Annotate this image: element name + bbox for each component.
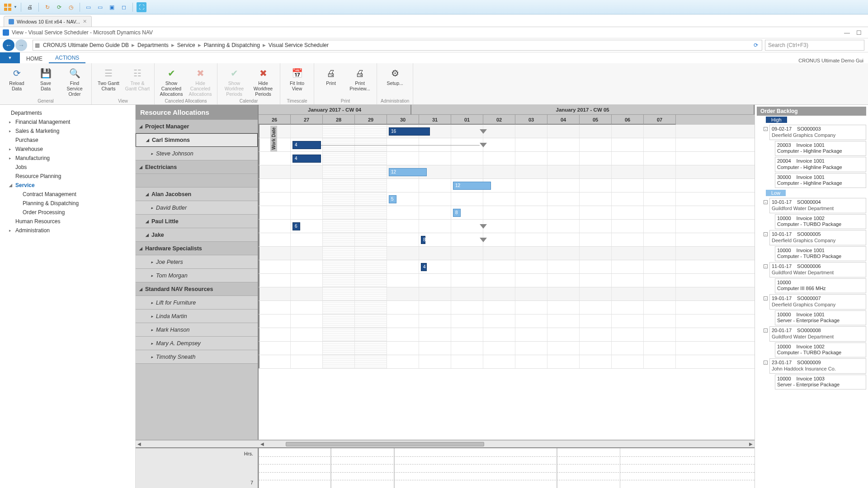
allocation-bar[interactable]: 4 [292, 155, 321, 163]
print-button[interactable]: 🖨Print [318, 65, 344, 98]
close-tab-icon[interactable]: ✕ [83, 19, 87, 24]
backlog-order[interactable]: -23-01-17SO000009John Haddock Insurance … [769, 358, 866, 374]
timeline-row[interactable] [259, 247, 755, 260]
backlog-item[interactable]: 30000Invoice 1001Computer - Highline Pac… [775, 173, 866, 188]
refresh-crumb-icon[interactable]: ⟳ [750, 42, 762, 48]
resource-row[interactable]: ▸David Butler [136, 201, 258, 215]
find-order-button[interactable]: 🔍Find ServiceOrder [61, 65, 88, 98]
timeline-row[interactable] [259, 301, 755, 314]
crumb-service[interactable]: Service [175, 42, 197, 48]
nav-item[interactable]: Purchase [3, 136, 132, 145]
fit-view-button[interactable]: 📅Fit IntoView [284, 65, 310, 98]
backlog-order[interactable]: -11-01-17SO000006Guildford Water Departm… [769, 262, 866, 277]
backlog-item[interactable]: 10000Invoice 1002Computer - TURBO Packag… [775, 343, 866, 358]
nav-item[interactable]: ▸Administration [3, 226, 132, 235]
backlog-order[interactable]: -19-01-17SO000007Deerfield Graphics Comp… [769, 294, 866, 310]
two-gantt-button[interactable]: ☰Two GanttCharts [95, 65, 122, 98]
nav-item[interactable]: ▸Financial Management [3, 117, 132, 127]
minimize-button[interactable]: — [844, 29, 850, 36]
allocation-bar[interactable]: 4 [421, 263, 427, 271]
allocation-bar[interactable]: 12 [453, 182, 491, 190]
crumb-vss[interactable]: Visual Service Scheduler [267, 42, 330, 48]
backlog-item[interactable]: 10000Computer III 866 MHz [775, 278, 866, 294]
timeline-hscroll[interactable]: ◀▶ [259, 440, 755, 447]
timeline-row[interactable] [259, 342, 755, 355]
nav-item[interactable]: Jobs [3, 163, 132, 172]
nav-item[interactable]: Resource Planning [3, 172, 132, 181]
timeline-row[interactable]: 8 [259, 206, 755, 220]
reload-icon[interactable]: ⟳ [54, 2, 64, 12]
resource-row[interactable]: ▸Timothy Sneath [136, 350, 258, 364]
fullscreen-icon[interactable]: ⛶ [137, 2, 146, 12]
nav-subitem[interactable]: Contract Management [3, 190, 132, 199]
timeline-row[interactable]: 8 [259, 233, 755, 247]
app-menu-icon[interactable] [3, 2, 13, 12]
breadcrumb[interactable]: ▦ CRONUS Ultimate Demo Guide DB▶ Departm… [33, 40, 762, 51]
backlog-item[interactable]: 10000Invoice 1003Server - Enterprise Pac… [775, 375, 866, 390]
nav-subitem[interactable]: Order Processing [3, 208, 132, 217]
backlog-order[interactable]: -09-02-17SO000003Deerfield Graphics Comp… [769, 125, 866, 140]
resource-row[interactable]: ◢Alan Jacobsen [136, 188, 258, 201]
backlog-item[interactable]: 20003Invoice 1001Computer - Highline Pac… [775, 141, 866, 156]
resource-row[interactable]: ▸Tom Morgan [136, 269, 258, 282]
dropdown-icon[interactable]: ▼ [14, 5, 17, 9]
screen2-icon[interactable]: ▭ [95, 2, 105, 12]
nav-tree[interactable]: Departments ▸Financial Management▸Sales … [0, 105, 136, 488]
timeline-row[interactable]: 4 [259, 260, 755, 274]
nav-subitem[interactable]: Planning & Dispatching [3, 199, 132, 208]
resource-row[interactable]: ▸Linda Martin [136, 310, 258, 323]
allocation-bar[interactable]: 4 [292, 141, 321, 149]
back-button[interactable]: ← [3, 39, 14, 51]
nav-item[interactable]: Human Resources [3, 217, 132, 226]
tab-home[interactable]: HOME [20, 54, 49, 63]
timeline-row[interactable] [259, 314, 755, 328]
resource-row[interactable]: ◢Paul Little [136, 215, 258, 228]
search-input[interactable]: Search (Ctrl+F3) [765, 40, 864, 51]
refresh-icon[interactable]: ↻ [42, 2, 52, 12]
allocation-bar[interactable]: 12 [389, 168, 427, 176]
resource-row[interactable]: ◢Hardware Specialists [136, 242, 258, 255]
resource-row[interactable]: ◢Standard NAV Resources [136, 282, 258, 296]
nav-item[interactable]: ▸Sales & Marketing [3, 127, 132, 136]
backlog-item[interactable]: 10000Invoice 1002Computer - TURBO Packag… [775, 214, 866, 230]
app-menu-button[interactable]: ▼ [0, 52, 20, 63]
hide-workfree-button[interactable]: ✖Hide WorkfreePeriods [250, 65, 276, 98]
timeline-row[interactable] [259, 287, 755, 301]
resource-row[interactable]: ▸Joe Peters [136, 255, 258, 269]
resource-row[interactable]: ◢Project Manager [136, 120, 258, 133]
resource-row[interactable]: ▸Lift for Furniture [136, 296, 258, 310]
timeline-row[interactable] [259, 328, 755, 342]
vm-tab[interactable]: Windows 10 Ent x64 - NAV... ✕ [4, 16, 92, 27]
forward-button[interactable]: → [15, 39, 27, 51]
print-icon[interactable]: 🖨 [25, 2, 35, 12]
allocation-bar[interactable]: 16 [389, 127, 430, 136]
resource-row[interactable]: ▸Mark Hanson [136, 323, 258, 337]
backlog-order[interactable]: -10-01-17SO000004Guildford Water Departm… [769, 198, 866, 213]
allocation-bar[interactable]: 5 [389, 195, 396, 203]
timeline-row[interactable] [259, 274, 755, 287]
crumb-planning[interactable]: Planning & Dispatching [202, 42, 262, 48]
show-canceled-button[interactable]: ✔Show CanceledAllocations [158, 65, 184, 98]
print-preview-button[interactable]: 🖨PrintPreview... [347, 65, 373, 98]
timeline-row[interactable]: 1212 [259, 165, 755, 179]
priority-low[interactable]: Low [766, 190, 786, 196]
reload-data-button[interactable]: ⟳ReloadData [4, 65, 30, 98]
allocation-bar[interactable]: 8 [453, 209, 461, 217]
backlog-item[interactable]: 20004Invoice 1001Computer - Highline Pac… [775, 157, 866, 172]
order-backlog[interactable]: Order Backlog - High -09-02-17SO000003De… [755, 105, 868, 488]
nav-departments[interactable]: Departments [3, 108, 132, 117]
screen4-icon[interactable]: ◻ [119, 2, 129, 12]
nav-item[interactable]: ◢Service [3, 181, 132, 190]
crumb-departments[interactable]: Departments [136, 42, 170, 48]
setup-button[interactable]: ⚙Setup... [382, 65, 408, 98]
timeline[interactable]: Work Date January 2017 - CW 04January 20… [259, 105, 755, 440]
backlog-order[interactable]: -10-01-17SO000005Deerfield Graphics Comp… [769, 230, 866, 245]
tab-actions[interactable]: ACTIONS [49, 53, 85, 63]
resource-row[interactable]: ▸Steve Johnson [136, 147, 258, 160]
allocation-bar[interactable]: 8 [421, 236, 425, 244]
backlog-order[interactable]: -20-01-17SO000008Guildford Water Departm… [769, 326, 866, 342]
allocation-bar[interactable]: 6 [292, 222, 300, 230]
priority-high[interactable]: High [766, 117, 787, 123]
save-data-button[interactable]: 💾SaveData [33, 65, 59, 98]
resource-row[interactable]: ◢Carl Simmons [136, 133, 258, 147]
